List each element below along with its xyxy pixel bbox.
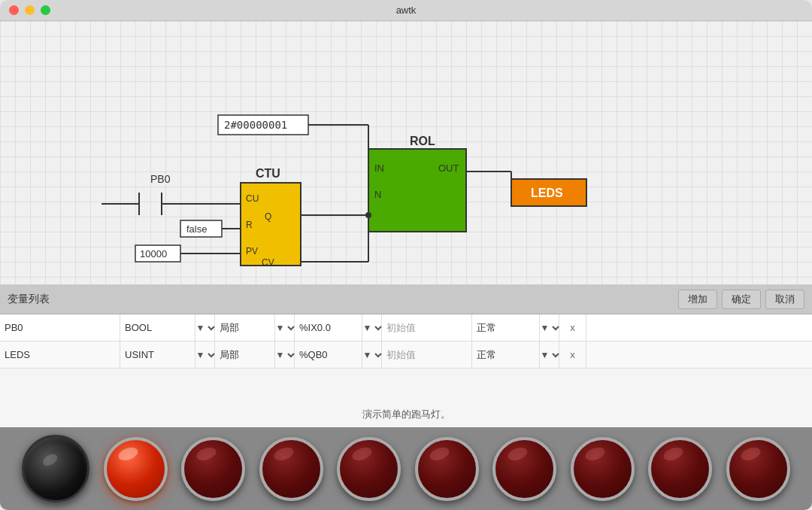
button-1-wrapper bbox=[104, 437, 168, 501]
button-3-wrapper bbox=[259, 437, 323, 501]
button-7-wrapper bbox=[571, 437, 635, 501]
cell-scope-arrow-0[interactable]: ▼ bbox=[275, 314, 295, 341]
cell-name-0: PB0 bbox=[0, 314, 120, 341]
cell-type-1: USINT bbox=[120, 342, 195, 368]
joystick[interactable] bbox=[22, 435, 89, 502]
ctu-title: CTU bbox=[256, 167, 280, 180]
button-red-lit-1[interactable] bbox=[104, 437, 168, 501]
cell-status-arrow-1[interactable]: ▼ bbox=[540, 342, 559, 368]
scope-select-1[interactable]: ▼ bbox=[273, 349, 297, 361]
cell-delete-0[interactable]: x bbox=[559, 314, 586, 341]
status-select-1[interactable]: ▼ bbox=[538, 349, 562, 361]
table-header: 变量列表 增加 确定 取消 bbox=[0, 285, 812, 314]
status-select-0[interactable]: ▼ bbox=[538, 322, 562, 334]
svg-point-21 bbox=[365, 212, 371, 218]
addr-select-0[interactable]: ▼ bbox=[360, 322, 384, 334]
button-8-wrapper bbox=[648, 437, 712, 501]
diagram-svg: 2#00000001 PB0 CTU CU Q R PV CV bbox=[0, 21, 812, 284]
cell-name-1: LEDS bbox=[0, 342, 120, 368]
table-title: 变量列表 bbox=[8, 293, 50, 306]
close-button[interactable] bbox=[9, 5, 19, 15]
addr-select-1[interactable]: ▼ bbox=[360, 349, 384, 361]
cell-status-0: 正常 bbox=[472, 314, 540, 341]
ctu-pv: PV bbox=[246, 246, 258, 257]
cell-scope-0: 局部 bbox=[215, 314, 275, 341]
cell-delete-1[interactable]: x bbox=[559, 342, 586, 368]
type-select-0[interactable]: ▼ bbox=[193, 322, 217, 334]
cell-scope-arrow-1[interactable]: ▼ bbox=[275, 342, 295, 368]
titlebar: awtk bbox=[0, 0, 812, 21]
main-area: 2#00000001 PB0 CTU CU Q R PV CV bbox=[0, 21, 812, 510]
cancel-button[interactable]: 取消 bbox=[765, 290, 804, 309]
table-body: PB0 BOOL ▼ 局部 ▼ %IX0.0 ▼ bbox=[0, 314, 812, 402]
false-label: false bbox=[186, 223, 207, 235]
button-red-dark-6[interactable] bbox=[492, 437, 556, 501]
leds-label: LEDS bbox=[531, 187, 563, 199]
status-text: 演示简单的跑马灯。 bbox=[0, 402, 812, 427]
rol-in: IN bbox=[374, 162, 384, 174]
type-select-1[interactable]: ▼ bbox=[193, 349, 217, 361]
cell-status-arrow-0[interactable]: ▼ bbox=[540, 314, 559, 341]
variable-table-area: 变量列表 增加 确定 取消 PB0 BOOL ▼ 局部 ▼ bbox=[0, 284, 812, 427]
cell-init-1: 初始值 bbox=[382, 342, 472, 368]
cell-type-arrow-0[interactable]: ▼ bbox=[195, 314, 215, 341]
button-2-wrapper bbox=[181, 437, 245, 501]
count-label: 10000 bbox=[140, 248, 167, 260]
ctu-r: R bbox=[246, 220, 253, 230]
button-red-dark-5[interactable] bbox=[415, 437, 479, 501]
constant-label: 2#00000001 bbox=[224, 119, 287, 131]
cell-addr-arrow-1[interactable]: ▼ bbox=[362, 342, 382, 368]
rol-n: N bbox=[374, 189, 381, 200]
add-button[interactable]: 增加 bbox=[678, 290, 717, 309]
button-5-wrapper bbox=[415, 437, 479, 501]
joystick-wrapper bbox=[22, 435, 89, 502]
scope-select-0[interactable]: ▼ bbox=[273, 322, 297, 334]
button-red-dark-2[interactable] bbox=[181, 437, 245, 501]
svg-rect-17 bbox=[368, 149, 466, 232]
minimize-button[interactable] bbox=[25, 5, 35, 15]
pb0-label: PB0 bbox=[150, 173, 171, 185]
window-title: awtk bbox=[396, 5, 417, 16]
button-red-dark-7[interactable] bbox=[571, 437, 635, 501]
buttons-area bbox=[0, 427, 812, 510]
table-actions: 增加 确定 取消 bbox=[678, 290, 804, 309]
cell-addr-0: %IX0.0 bbox=[295, 314, 362, 341]
button-red-dark-4[interactable] bbox=[337, 437, 401, 501]
button-red-dark-3[interactable] bbox=[259, 437, 323, 501]
rol-title: ROL bbox=[410, 135, 435, 147]
cell-type-arrow-1[interactable]: ▼ bbox=[195, 342, 215, 368]
maximize-button[interactable] bbox=[41, 5, 50, 15]
table-row: PB0 BOOL ▼ 局部 ▼ %IX0.0 ▼ bbox=[0, 314, 812, 342]
cell-scope-1: 局部 bbox=[215, 342, 275, 368]
cell-addr-1: %QB0 bbox=[295, 342, 362, 368]
confirm-button[interactable]: 确定 bbox=[722, 290, 761, 309]
window-controls[interactable] bbox=[9, 5, 50, 15]
ctu-q: Q bbox=[265, 211, 271, 222]
diagram-area: 2#00000001 PB0 CTU CU Q R PV CV bbox=[0, 21, 812, 284]
cell-status-1: 正常 bbox=[472, 342, 540, 368]
button-4-wrapper bbox=[337, 437, 401, 501]
button-red-dark-9[interactable] bbox=[726, 437, 790, 501]
button-9-wrapper bbox=[726, 437, 790, 501]
button-red-dark-8[interactable] bbox=[648, 437, 712, 501]
table-row: LEDS USINT ▼ 局部 ▼ %QB0 ▼ bbox=[0, 342, 812, 369]
cell-type-0: BOOL bbox=[120, 314, 195, 341]
rol-out: OUT bbox=[438, 162, 459, 174]
ctu-cu: CU bbox=[246, 193, 259, 204]
cell-addr-arrow-0[interactable]: ▼ bbox=[362, 314, 382, 341]
ctu-cv: CV bbox=[262, 257, 274, 268]
button-6-wrapper bbox=[492, 437, 556, 501]
cell-init-0: 初始值 bbox=[382, 314, 472, 341]
